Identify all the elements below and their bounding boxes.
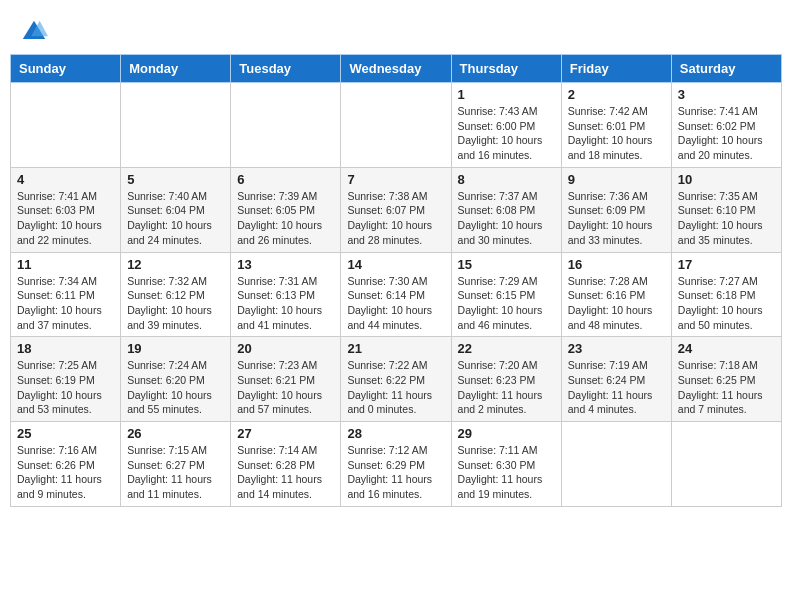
- day-number: 7: [347, 172, 444, 187]
- day-number: 23: [568, 341, 665, 356]
- calendar-cell: 26Sunrise: 7:15 AM Sunset: 6:27 PM Dayli…: [121, 422, 231, 507]
- day-info: Sunrise: 7:40 AM Sunset: 6:04 PM Dayligh…: [127, 189, 224, 248]
- calendar-table: SundayMondayTuesdayWednesdayThursdayFrid…: [10, 54, 782, 507]
- calendar-cell: 8Sunrise: 7:37 AM Sunset: 6:08 PM Daylig…: [451, 167, 561, 252]
- day-info: Sunrise: 7:11 AM Sunset: 6:30 PM Dayligh…: [458, 443, 555, 502]
- calendar-cell: 22Sunrise: 7:20 AM Sunset: 6:23 PM Dayli…: [451, 337, 561, 422]
- day-info: Sunrise: 7:27 AM Sunset: 6:18 PM Dayligh…: [678, 274, 775, 333]
- day-number: 21: [347, 341, 444, 356]
- day-number: 22: [458, 341, 555, 356]
- day-number: 6: [237, 172, 334, 187]
- calendar-cell: [121, 83, 231, 168]
- day-info: Sunrise: 7:41 AM Sunset: 6:03 PM Dayligh…: [17, 189, 114, 248]
- weekday-header-friday: Friday: [561, 55, 671, 83]
- day-info: Sunrise: 7:36 AM Sunset: 6:09 PM Dayligh…: [568, 189, 665, 248]
- day-number: 10: [678, 172, 775, 187]
- calendar-cell: 15Sunrise: 7:29 AM Sunset: 6:15 PM Dayli…: [451, 252, 561, 337]
- calendar-cell: [561, 422, 671, 507]
- day-number: 12: [127, 257, 224, 272]
- day-info: Sunrise: 7:38 AM Sunset: 6:07 PM Dayligh…: [347, 189, 444, 248]
- calendar-cell: 11Sunrise: 7:34 AM Sunset: 6:11 PM Dayli…: [11, 252, 121, 337]
- weekday-header-monday: Monday: [121, 55, 231, 83]
- calendar-cell: 17Sunrise: 7:27 AM Sunset: 6:18 PM Dayli…: [671, 252, 781, 337]
- calendar-week-2: 4Sunrise: 7:41 AM Sunset: 6:03 PM Daylig…: [11, 167, 782, 252]
- day-info: Sunrise: 7:22 AM Sunset: 6:22 PM Dayligh…: [347, 358, 444, 417]
- day-info: Sunrise: 7:25 AM Sunset: 6:19 PM Dayligh…: [17, 358, 114, 417]
- day-number: 14: [347, 257, 444, 272]
- calendar-body: 1Sunrise: 7:43 AM Sunset: 6:00 PM Daylig…: [11, 83, 782, 507]
- calendar-cell: 19Sunrise: 7:24 AM Sunset: 6:20 PM Dayli…: [121, 337, 231, 422]
- calendar-week-5: 25Sunrise: 7:16 AM Sunset: 6:26 PM Dayli…: [11, 422, 782, 507]
- weekday-header-tuesday: Tuesday: [231, 55, 341, 83]
- calendar-cell: 29Sunrise: 7:11 AM Sunset: 6:30 PM Dayli…: [451, 422, 561, 507]
- day-info: Sunrise: 7:39 AM Sunset: 6:05 PM Dayligh…: [237, 189, 334, 248]
- day-number: 29: [458, 426, 555, 441]
- day-number: 13: [237, 257, 334, 272]
- day-number: 27: [237, 426, 334, 441]
- calendar-cell: 24Sunrise: 7:18 AM Sunset: 6:25 PM Dayli…: [671, 337, 781, 422]
- day-number: 4: [17, 172, 114, 187]
- day-number: 2: [568, 87, 665, 102]
- day-info: Sunrise: 7:43 AM Sunset: 6:00 PM Dayligh…: [458, 104, 555, 163]
- day-info: Sunrise: 7:14 AM Sunset: 6:28 PM Dayligh…: [237, 443, 334, 502]
- weekday-header-sunday: Sunday: [11, 55, 121, 83]
- calendar-cell: 18Sunrise: 7:25 AM Sunset: 6:19 PM Dayli…: [11, 337, 121, 422]
- weekday-header-saturday: Saturday: [671, 55, 781, 83]
- calendar-cell: 20Sunrise: 7:23 AM Sunset: 6:21 PM Dayli…: [231, 337, 341, 422]
- logo: [20, 18, 52, 46]
- logo-icon: [20, 18, 48, 46]
- day-number: 17: [678, 257, 775, 272]
- calendar-cell: 1Sunrise: 7:43 AM Sunset: 6:00 PM Daylig…: [451, 83, 561, 168]
- weekday-header-thursday: Thursday: [451, 55, 561, 83]
- day-number: 26: [127, 426, 224, 441]
- day-info: Sunrise: 7:31 AM Sunset: 6:13 PM Dayligh…: [237, 274, 334, 333]
- calendar-cell: 3Sunrise: 7:41 AM Sunset: 6:02 PM Daylig…: [671, 83, 781, 168]
- day-info: Sunrise: 7:23 AM Sunset: 6:21 PM Dayligh…: [237, 358, 334, 417]
- day-number: 19: [127, 341, 224, 356]
- page-header: [10, 10, 782, 50]
- weekday-row: SundayMondayTuesdayWednesdayThursdayFrid…: [11, 55, 782, 83]
- day-info: Sunrise: 7:16 AM Sunset: 6:26 PM Dayligh…: [17, 443, 114, 502]
- calendar-cell: 7Sunrise: 7:38 AM Sunset: 6:07 PM Daylig…: [341, 167, 451, 252]
- calendar-cell: [341, 83, 451, 168]
- calendar-week-1: 1Sunrise: 7:43 AM Sunset: 6:00 PM Daylig…: [11, 83, 782, 168]
- calendar-cell: 27Sunrise: 7:14 AM Sunset: 6:28 PM Dayli…: [231, 422, 341, 507]
- day-info: Sunrise: 7:18 AM Sunset: 6:25 PM Dayligh…: [678, 358, 775, 417]
- day-number: 5: [127, 172, 224, 187]
- day-info: Sunrise: 7:28 AM Sunset: 6:16 PM Dayligh…: [568, 274, 665, 333]
- day-info: Sunrise: 7:30 AM Sunset: 6:14 PM Dayligh…: [347, 274, 444, 333]
- day-number: 11: [17, 257, 114, 272]
- day-number: 28: [347, 426, 444, 441]
- day-info: Sunrise: 7:15 AM Sunset: 6:27 PM Dayligh…: [127, 443, 224, 502]
- day-number: 16: [568, 257, 665, 272]
- day-number: 1: [458, 87, 555, 102]
- calendar-cell: 14Sunrise: 7:30 AM Sunset: 6:14 PM Dayli…: [341, 252, 451, 337]
- day-number: 15: [458, 257, 555, 272]
- calendar-week-3: 11Sunrise: 7:34 AM Sunset: 6:11 PM Dayli…: [11, 252, 782, 337]
- calendar-cell: 9Sunrise: 7:36 AM Sunset: 6:09 PM Daylig…: [561, 167, 671, 252]
- day-number: 8: [458, 172, 555, 187]
- day-info: Sunrise: 7:35 AM Sunset: 6:10 PM Dayligh…: [678, 189, 775, 248]
- day-number: 24: [678, 341, 775, 356]
- day-info: Sunrise: 7:34 AM Sunset: 6:11 PM Dayligh…: [17, 274, 114, 333]
- calendar-cell: 10Sunrise: 7:35 AM Sunset: 6:10 PM Dayli…: [671, 167, 781, 252]
- calendar-cell: 5Sunrise: 7:40 AM Sunset: 6:04 PM Daylig…: [121, 167, 231, 252]
- calendar-cell: 16Sunrise: 7:28 AM Sunset: 6:16 PM Dayli…: [561, 252, 671, 337]
- day-number: 3: [678, 87, 775, 102]
- calendar-cell: [671, 422, 781, 507]
- calendar-cell: 12Sunrise: 7:32 AM Sunset: 6:12 PM Dayli…: [121, 252, 231, 337]
- calendar-cell: 21Sunrise: 7:22 AM Sunset: 6:22 PM Dayli…: [341, 337, 451, 422]
- calendar-week-4: 18Sunrise: 7:25 AM Sunset: 6:19 PM Dayli…: [11, 337, 782, 422]
- day-info: Sunrise: 7:24 AM Sunset: 6:20 PM Dayligh…: [127, 358, 224, 417]
- calendar-cell: 28Sunrise: 7:12 AM Sunset: 6:29 PM Dayli…: [341, 422, 451, 507]
- calendar-cell: 25Sunrise: 7:16 AM Sunset: 6:26 PM Dayli…: [11, 422, 121, 507]
- calendar-cell: [11, 83, 121, 168]
- weekday-header-wednesday: Wednesday: [341, 55, 451, 83]
- day-number: 20: [237, 341, 334, 356]
- calendar-cell: [231, 83, 341, 168]
- calendar-cell: 2Sunrise: 7:42 AM Sunset: 6:01 PM Daylig…: [561, 83, 671, 168]
- calendar-cell: 13Sunrise: 7:31 AM Sunset: 6:13 PM Dayli…: [231, 252, 341, 337]
- day-info: Sunrise: 7:29 AM Sunset: 6:15 PM Dayligh…: [458, 274, 555, 333]
- day-number: 25: [17, 426, 114, 441]
- day-info: Sunrise: 7:19 AM Sunset: 6:24 PM Dayligh…: [568, 358, 665, 417]
